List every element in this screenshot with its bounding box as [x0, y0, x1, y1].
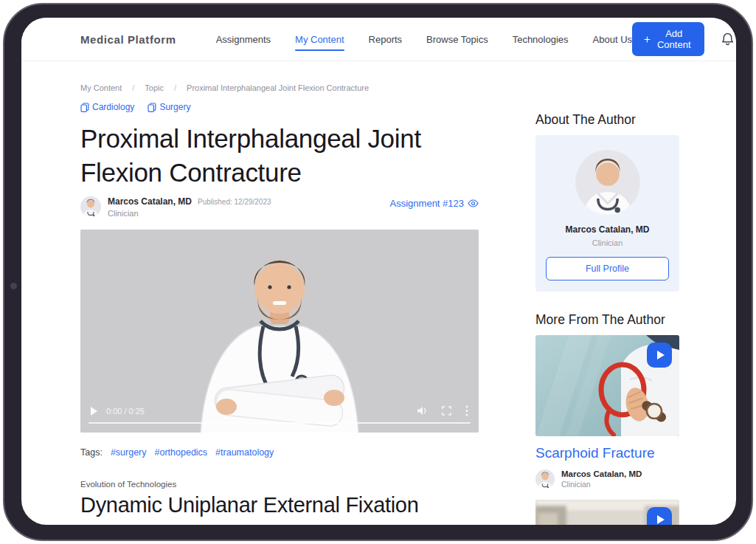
sidebar: About The Author Marcos Catalan, MD Clin…	[535, 61, 679, 525]
category-cardiology[interactable]: Cardiology	[80, 102, 134, 112]
video-time: 0:00 / 0:25	[106, 407, 145, 416]
full-profile-button[interactable]: Full Profile	[546, 257, 669, 280]
author-avatar[interactable]	[80, 196, 101, 217]
video-controls: 0:00 / 0:25	[80, 405, 479, 416]
video-poster-doctor	[80, 230, 479, 433]
tag-surgery[interactable]: #surgery	[111, 447, 147, 458]
author-byline: Marcos Catalan, MD Published: 12/29/2023…	[80, 196, 479, 218]
author-card-name: Marcos Catalan, MD	[546, 224, 669, 235]
nav-item-about-us[interactable]: About Us	[593, 34, 632, 45]
category-links: Cardiology Surgery	[80, 102, 479, 112]
play-button[interactable]	[647, 342, 672, 368]
breadcrumb-topic[interactable]: Topic	[145, 83, 164, 92]
document-icon	[80, 103, 89, 112]
nav-item-assignments[interactable]: Assignments	[216, 34, 271, 45]
related-author-name: Marcos Catalan, MD	[561, 469, 642, 478]
article-column: My Content / Topic / Proximal Interphala…	[80, 61, 479, 525]
more-from-author-title: More From The Author	[535, 312, 679, 328]
main-nav: Assignments My Content Reports Browse To…	[216, 34, 632, 45]
video-player[interactable]: 0:00 / 0:25	[80, 230, 479, 433]
tablet-frame: Medical Platform Assignments My Content …	[3, 3, 753, 541]
breadcrumb-my-content[interactable]: My Content	[80, 83, 122, 92]
page-title: Proximal Interphalangeal Joint Flexion C…	[80, 122, 479, 190]
section-title: Dynamic Uniplanar External Fixation	[80, 493, 479, 517]
add-content-label: Add Content	[656, 28, 693, 50]
nav-item-technologies[interactable]: Technologies	[513, 34, 569, 45]
author-card-role: Clinician	[546, 238, 669, 247]
nav-item-browse-topics[interactable]: Browse Topics	[426, 34, 488, 45]
tag-traumatology[interactable]: #traumatology	[215, 447, 274, 458]
breadcrumb-current: Proximal Interphalangeal Joint Flexion C…	[187, 83, 369, 92]
breadcrumb: My Content / Topic / Proximal Interphala…	[80, 83, 479, 92]
volume-icon[interactable]	[417, 406, 428, 416]
author-name: Marcos Catalan, MD	[108, 196, 192, 207]
related-video-thumbnail[interactable]	[535, 335, 679, 436]
camera-dot	[10, 283, 17, 289]
related-article-link[interactable]: Scarphoid Fracture	[535, 445, 679, 461]
assignment-link[interactable]: Assignment #123	[390, 198, 479, 209]
eye-icon	[468, 199, 479, 207]
category-surgery[interactable]: Surgery	[148, 102, 190, 112]
section-kicker: Evolution of Technologies	[80, 480, 479, 489]
related-author-byline: Marcos Catalan, MD Clinician	[535, 469, 679, 489]
related-author-role: Clinician	[561, 480, 642, 489]
add-content-button[interactable]: Add Content	[632, 22, 704, 56]
fullscreen-icon[interactable]	[442, 406, 451, 416]
play-button[interactable]	[647, 507, 672, 525]
author-card: Marcos Catalan, MD Clinician Full Profil…	[535, 135, 679, 292]
page-body: My Content / Topic / Proximal Interphala…	[21, 61, 736, 525]
nav-item-my-content[interactable]: My Content	[295, 34, 344, 45]
app-screen: Medical Platform Assignments My Content …	[21, 18, 736, 525]
document-icon	[148, 103, 156, 112]
about-author-title: About The Author	[535, 112, 679, 128]
more-options-icon[interactable]	[465, 405, 468, 416]
author-card-avatar	[575, 150, 640, 215]
author-role: Clinician	[108, 209, 271, 218]
plus-icon	[644, 35, 651, 44]
play-icon[interactable]	[91, 407, 97, 416]
tags-row: Tags: #surgery #orthopedics #traumatolog…	[80, 447, 479, 458]
tags-label: Tags:	[80, 447, 103, 458]
top-navigation: Medical Platform Assignments My Content …	[21, 18, 736, 61]
app-logo[interactable]: Medical Platform	[80, 33, 176, 46]
related-author-avatar[interactable]	[535, 469, 555, 489]
nav-item-reports[interactable]: Reports	[369, 34, 403, 45]
video-progress-bar[interactable]	[89, 422, 471, 424]
notifications-bell-icon[interactable]	[721, 32, 735, 47]
tag-orthopedics[interactable]: #orthopedics	[155, 447, 208, 458]
published-date: Published: 12/29/2023	[198, 198, 271, 206]
related-video-thumbnail-2[interactable]	[535, 500, 679, 525]
